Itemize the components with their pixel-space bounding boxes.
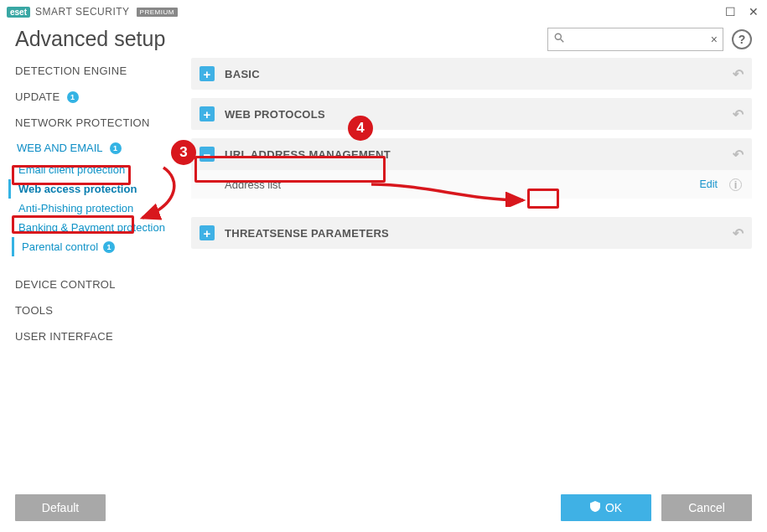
section-url-management: − URL ADDRESS MANAGEMENT ↶ Address list …: [191, 138, 752, 199]
window-maximize-icon[interactable]: ☐: [723, 5, 737, 18]
window-buttons: ☐ ✕: [723, 5, 760, 18]
button-label: Default: [42, 501, 79, 514]
sidebar-sub-web-access[interactable]: Web access protection: [15, 179, 191, 199]
svg-line-1: [561, 39, 564, 43]
revert-icon[interactable]: ↶: [733, 66, 744, 82]
sidebar-item-user-interface[interactable]: USER INTERFACE: [15, 323, 191, 349]
titlebar: eset SMART SECURITY PREMIUM ☐ ✕: [0, 0, 767, 23]
sidebar-item-detection-engine[interactable]: DETECTION ENGINE: [15, 58, 191, 84]
section-title: THREATSENSE PARAMETERS: [225, 227, 389, 240]
sidebar-sub-anti-phishing[interactable]: Anti-Phishing protection: [15, 199, 191, 218]
info-icon[interactable]: i: [729, 178, 742, 191]
badge-icon: 1: [103, 241, 115, 253]
sidebar-item-network-protection[interactable]: NETWORK PROTECTION: [15, 110, 191, 136]
svg-point-0: [555, 34, 561, 39]
collapse-icon: −: [200, 147, 215, 162]
sidebar-item-tools[interactable]: TOOLS: [15, 297, 191, 323]
address-list-label: Address list: [225, 178, 281, 191]
brand: eset SMART SECURITY PREMIUM: [7, 6, 178, 18]
badge-icon: 1: [67, 91, 79, 103]
search-icon: [553, 32, 565, 46]
section-basic: + BASIC ↶: [191, 58, 752, 90]
expand-icon: +: [200, 106, 215, 121]
section-threatsense-header[interactable]: + THREATSENSE PARAMETERS ↶: [191, 217, 752, 249]
section-title: BASIC: [225, 68, 260, 80]
brand-badge: eset: [7, 7, 30, 18]
brand-premium: PREMIUM: [137, 8, 178, 17]
sidebar-item-label: UPDATE: [15, 90, 60, 103]
section-basic-header[interactable]: + BASIC ↶: [191, 58, 752, 90]
settings-panel: + BASIC ↶ + WEB PROTOCOLS ↶ − URL ADDRES…: [191, 58, 752, 477]
help-button[interactable]: ?: [732, 29, 752, 49]
default-button[interactable]: Default: [15, 494, 106, 521]
sidebar-item-label: Parental control: [22, 240, 98, 253]
section-title: WEB PROTOCOLS: [225, 108, 325, 121]
sidebar-sub-parental[interactable]: Parental control 1: [18, 237, 191, 256]
sidebar-sub-email-client[interactable]: Email client protection: [15, 160, 191, 179]
badge-icon: 1: [110, 142, 122, 154]
revert-icon[interactable]: ↶: [733, 225, 744, 241]
page-title: Advanced setup: [15, 27, 165, 51]
search-area: × ?: [547, 28, 752, 51]
section-threatsense: + THREATSENSE PARAMETERS ↶: [191, 217, 752, 249]
expand-icon: +: [200, 225, 215, 240]
sidebar-item-update[interactable]: UPDATE 1: [15, 84, 191, 110]
sidebar-item-label: WEB AND EMAIL: [17, 142, 103, 154]
row-address-list: Address list Edit i: [191, 170, 752, 199]
topbar: Advanced setup × ?: [0, 23, 767, 58]
expand-icon: +: [200, 66, 215, 81]
shield-icon: [590, 501, 600, 514]
section-title: URL ADDRESS MANAGEMENT: [225, 148, 391, 161]
section-url-body: Address list Edit i: [191, 170, 752, 199]
button-label: Cancel: [688, 501, 725, 514]
revert-icon[interactable]: ↶: [733, 106, 744, 122]
brand-text: SMART SECURITY: [35, 6, 130, 18]
revert-icon[interactable]: ↶: [733, 147, 744, 163]
section-url-management-header[interactable]: − URL ADDRESS MANAGEMENT ↶: [191, 138, 752, 170]
section-web-protocols: + WEB PROTOCOLS ↶: [191, 98, 752, 130]
window-close-icon[interactable]: ✕: [747, 5, 760, 18]
sidebar: DETECTION ENGINE UPDATE 1 NETWORK PROTEC…: [15, 58, 191, 477]
help-icon: ?: [738, 33, 746, 46]
button-label: OK: [605, 501, 622, 514]
search-clear-icon[interactable]: ×: [711, 33, 718, 46]
sidebar-item-web-and-email[interactable]: WEB AND EMAIL 1: [15, 136, 191, 160]
ok-button[interactable]: OK: [561, 494, 651, 521]
search-input[interactable]: [565, 32, 711, 46]
edit-address-list-link[interactable]: Edit: [699, 178, 718, 190]
content-body: DETECTION ENGINE UPDATE 1 NETWORK PROTEC…: [0, 58, 767, 477]
search-box[interactable]: ×: [547, 28, 723, 51]
sidebar-sub-banking[interactable]: Banking & Payment protection: [15, 218, 191, 237]
sidebar-item-device-control[interactable]: DEVICE CONTROL: [15, 271, 191, 297]
section-web-protocols-header[interactable]: + WEB PROTOCOLS ↶: [191, 98, 752, 130]
cancel-button[interactable]: Cancel: [661, 494, 752, 521]
footer: Default OK Cancel: [0, 483, 767, 532]
